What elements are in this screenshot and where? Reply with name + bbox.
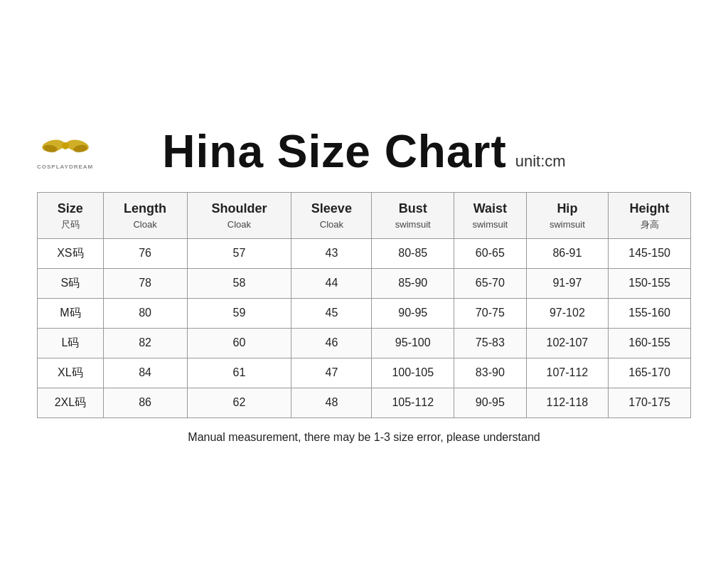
cell-length: 82 [103,328,187,358]
cell-size: S码 [38,268,104,298]
cell-waist: 83-90 [454,358,526,388]
cell-size: 2XL码 [38,388,104,418]
cell-hip: 112-118 [526,388,609,418]
col-header-4: Bustswimsuit [372,193,454,238]
cell-length: 80 [103,298,187,328]
cell-bust: 85-90 [372,268,454,298]
cell-hip: 86-91 [526,238,609,268]
table-header-row: Size尺码LengthCloakShoulderCloakSleeveCloa… [38,193,691,238]
cell-height: 160-155 [609,328,691,358]
col-header-2: ShoulderCloak [187,193,291,238]
cell-height: 170-175 [609,388,691,418]
cell-hip: 91-97 [526,268,609,298]
cell-sleeve: 47 [291,358,372,388]
cell-bust: 80-85 [372,238,454,268]
cell-sleeve: 46 [291,328,372,358]
page-container: COSPLAYDREAM Hina Size Chart unit:cm Siz… [23,111,705,457]
cell-shoulder: 60 [187,328,291,358]
cell-sleeve: 45 [291,298,372,328]
cell-sleeve: 43 [291,238,372,268]
page-title: Hina Size Chart [162,125,506,178]
cell-size: L码 [38,328,104,358]
header: COSPLAYDREAM Hina Size Chart unit:cm [37,125,691,178]
cell-height: 165-170 [609,358,691,388]
cell-bust: 100-105 [372,358,454,388]
col-header-1: LengthCloak [103,193,187,238]
col-header-6: Hipswimsuit [526,193,609,238]
logo-area: COSPLAYDREAM [37,133,93,170]
cell-length: 76 [103,238,187,268]
col-header-7: Height身高 [609,193,691,238]
cell-hip: 102-107 [526,328,609,358]
cell-sleeve: 44 [291,268,372,298]
footnote: Manual measurement, there may be 1-3 siz… [37,431,691,444]
table-row: XL码846147100-10583-90107-112165-170 [38,358,691,388]
table-row: S码78584485-9065-7091-97150-155 [38,268,691,298]
col-header-3: SleeveCloak [291,193,372,238]
cell-size: XS码 [38,238,104,268]
cell-bust: 105-112 [372,388,454,418]
cell-height: 155-160 [609,298,691,328]
size-chart-table: Size尺码LengthCloakShoulderCloakSleeveCloa… [37,192,691,418]
cell-waist: 60-65 [454,238,526,268]
cell-length: 86 [103,388,187,418]
cell-waist: 75-83 [454,328,526,358]
table-row: M码80594590-9570-7597-102155-160 [38,298,691,328]
cell-sleeve: 48 [291,388,372,418]
cell-height: 150-155 [609,268,691,298]
cell-bust: 90-95 [372,298,454,328]
unit-label: unit:cm [515,152,566,171]
cell-shoulder: 62 [187,388,291,418]
cell-length: 84 [103,358,187,388]
cell-shoulder: 57 [187,238,291,268]
cell-size: XL码 [38,358,104,388]
table-row: XS码76574380-8560-6586-91145-150 [38,238,691,268]
col-header-5: Waistswimsuit [454,193,526,238]
cell-shoulder: 59 [187,298,291,328]
cell-hip: 107-112 [526,358,609,388]
cell-waist: 70-75 [454,298,526,328]
cell-waist: 90-95 [454,388,526,418]
cell-hip: 97-102 [526,298,609,328]
cell-length: 78 [103,268,187,298]
cell-shoulder: 58 [187,268,291,298]
cell-waist: 65-70 [454,268,526,298]
table-row: 2XL码866248105-11290-95112-118170-175 [38,388,691,418]
col-header-0: Size尺码 [38,193,104,238]
logo-wings-icon [41,133,90,164]
cell-bust: 95-100 [372,328,454,358]
cell-size: M码 [38,298,104,328]
logo-text: COSPLAYDREAM [37,164,93,170]
table-row: L码82604695-10075-83102-107160-155 [38,328,691,358]
cell-height: 145-150 [609,238,691,268]
cell-shoulder: 61 [187,358,291,388]
